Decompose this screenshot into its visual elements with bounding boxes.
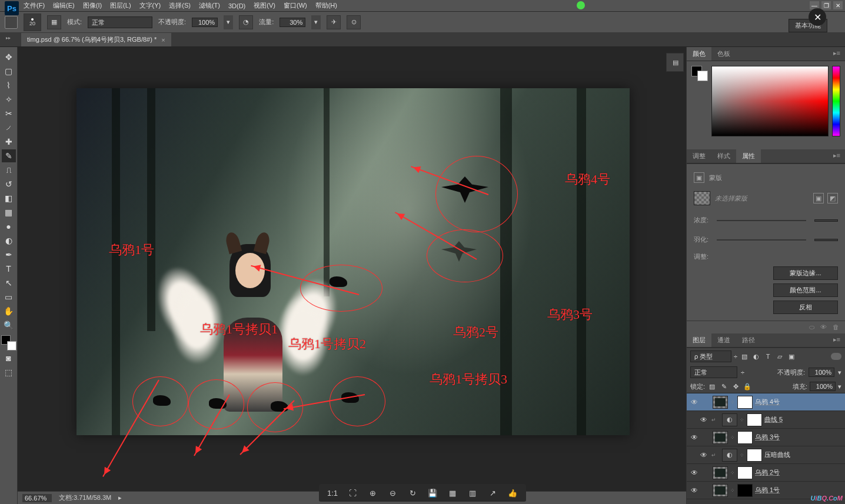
brush-preset-picker[interactable]: 20 (24, 14, 41, 31)
mask-edge-button[interactable]: 蒙版边缘... (773, 266, 838, 280)
gradient-tool[interactable]: ▦ (2, 206, 16, 219)
visibility-icon[interactable]: 👁 (689, 433, 700, 442)
layer-thumbnail[interactable] (713, 431, 728, 444)
color-tab[interactable]: 颜色 (687, 47, 711, 61)
eraser-tool[interactable]: ◧ (2, 192, 16, 205)
filter-pixel-icon[interactable]: ▧ (740, 352, 749, 361)
tab-expand-icon[interactable]: ▸▸ (6, 35, 11, 41)
pressure-opacity-button[interactable]: ◔ (239, 15, 253, 29)
document-tab[interactable]: timg.psd @ 66.7% (乌鸦4号拷贝3, RGB/8#) * × (21, 33, 171, 46)
chevron-down-icon[interactable]: ÷ (734, 353, 737, 360)
color-swatch[interactable] (1, 335, 16, 351)
layer-row[interactable]: 👁↵◐⁘压暗曲线 (687, 446, 845, 464)
mask-thumbnail[interactable] (747, 449, 762, 462)
maximize-button[interactable]: ❐ (821, 1, 831, 9)
magic-wand-tool[interactable]: ✧ (2, 93, 16, 106)
crop-tool[interactable]: ✂ (2, 107, 16, 120)
layer-opacity-input[interactable]: 100% (809, 368, 834, 377)
channels-tab[interactable]: 通道 (711, 333, 736, 347)
menu-3d[interactable]: 3D(D) (228, 2, 245, 9)
properties-tab[interactable]: 属性 (736, 149, 761, 163)
filter-toggle[interactable] (831, 353, 841, 360)
layer-row[interactable]: 👁⁘乌鸦 3号 (687, 429, 845, 446)
menu-window[interactable]: 窗口(W) (284, 1, 307, 10)
like-icon[interactable]: 👍 (505, 486, 520, 499)
fit-screen-icon[interactable]: ⛶ (345, 486, 360, 499)
layer-blend-select[interactable]: 正常 (690, 366, 737, 378)
pen-tool[interactable]: ✒ (2, 248, 16, 261)
stamp-tool[interactable]: ⎍ (2, 163, 16, 176)
save-icon[interactable]: 💾 (425, 486, 440, 499)
close-tab-icon[interactable]: × (161, 36, 165, 44)
layer-thumbnail[interactable] (713, 396, 728, 409)
zoom-input[interactable] (22, 494, 52, 502)
blur-tool[interactable]: ● (2, 220, 16, 233)
document-canvas[interactable]: 乌鸦1号 乌鸦1号拷贝1 乌鸦1号拷贝2 乌鸦1号拷贝3 乌鸦2号 乌鸦3号 乌… (76, 88, 630, 435)
canvas-area[interactable]: 乌鸦1号 乌鸦1号拷贝1 乌鸦1号拷贝2 乌鸦1号拷贝3 乌鸦2号 乌鸦3号 乌… (18, 47, 686, 504)
vector-mask-button[interactable]: ◩ (827, 193, 838, 203)
menu-view[interactable]: 视图(V) (254, 1, 275, 10)
layers-tab[interactable]: 图层 (687, 333, 711, 347)
rotate-icon[interactable]: ↻ (405, 486, 420, 499)
menu-file[interactable]: 文件(F) (24, 1, 45, 10)
styles-tab[interactable]: 样式 (711, 149, 736, 163)
layer-name[interactable]: 曲线 5 (764, 415, 843, 424)
airbrush-button[interactable]: ✈ (327, 15, 341, 29)
paths-tab[interactable]: 路径 (736, 333, 761, 347)
clip-icon[interactable]: ⬭ (809, 323, 814, 331)
layer-row[interactable]: 👁⁘乌鸦 2号 (687, 464, 845, 482)
filter-shape-icon[interactable]: ▱ (775, 352, 784, 361)
tool-preset-picker[interactable] (5, 16, 18, 29)
color-range-button[interactable]: 颜色范围... (773, 283, 838, 297)
zoom-in-icon[interactable]: ⊕ (365, 486, 380, 499)
feather-slider[interactable] (717, 239, 806, 241)
chevron-down-icon[interactable]: ▾ (838, 369, 841, 376)
healing-tool[interactable]: ✚ (2, 135, 16, 148)
filter-type-icon[interactable]: T (763, 352, 773, 361)
layer-name[interactable]: 乌鸦 2号 (755, 468, 843, 477)
menu-filter[interactable]: 滤镜(T) (199, 1, 220, 10)
dodge-tool[interactable]: ◐ (2, 234, 16, 247)
grid-icon[interactable]: ▦ (445, 486, 460, 499)
path-tool[interactable]: ↖ (2, 276, 16, 289)
hue-slider[interactable] (832, 66, 840, 136)
density-value[interactable] (814, 219, 838, 222)
layer-name[interactable]: 压暗曲线 (764, 450, 843, 459)
shape-tool[interactable]: ▭ (2, 291, 16, 303)
invert-button[interactable]: 反相 (773, 301, 838, 314)
hand-tool[interactable]: ✋ (2, 305, 16, 318)
eyedropper-tool[interactable]: ⟋ (2, 121, 16, 134)
panel-menu-icon[interactable]: ▸≡ (829, 333, 845, 347)
layer-thumbnail[interactable] (713, 466, 728, 479)
opacity-input[interactable]: 100% (192, 18, 218, 27)
opacity-dropdown[interactable]: ▾ (224, 15, 233, 29)
chevron-right-icon[interactable]: ▸ (118, 494, 122, 502)
lock-pixels-icon[interactable]: ✎ (719, 382, 728, 391)
menu-select[interactable]: 选择(S) (169, 1, 191, 10)
marquee-tool[interactable]: ▢ (2, 65, 16, 78)
zoom-tool[interactable]: 🔍 (2, 319, 16, 332)
visibility-icon[interactable]: 👁 (698, 416, 709, 424)
flow-input[interactable]: 30% (280, 18, 305, 27)
panel-menu-icon[interactable]: ▸≡ (829, 149, 845, 163)
mask-thumbnail[interactable] (747, 413, 762, 426)
close-button[interactable]: ✕ (833, 1, 843, 9)
panel-menu-icon[interactable]: ▸≡ (829, 47, 845, 61)
mask-thumbnail[interactable] (737, 484, 753, 497)
history-panel-icon[interactable]: ▤ (669, 56, 682, 69)
layer-filter-select[interactable]: ρ 类型 (690, 351, 731, 362)
quickmask-tool[interactable]: ◙ (2, 352, 16, 365)
visibility-icon[interactable]: 👁 (698, 451, 709, 459)
panel-icon[interactable]: ▥ (465, 486, 480, 499)
pixel-mask-button[interactable]: ▣ (813, 193, 824, 203)
filter-smart-icon[interactable]: ▣ (787, 352, 796, 361)
type-tool[interactable]: T (2, 262, 16, 275)
lock-position-icon[interactable]: ✥ (731, 382, 740, 391)
zoom-ratio[interactable]: 1:1 (325, 486, 340, 499)
adjustments-tab[interactable]: 调整 (687, 149, 711, 163)
filter-adjust-icon[interactable]: ◐ (751, 352, 761, 361)
color-field[interactable] (711, 66, 829, 136)
layer-name[interactable]: 乌鸦 3号 (755, 433, 843, 442)
mask-thumbnail[interactable] (737, 396, 753, 409)
fill-input[interactable]: 100% (810, 382, 836, 391)
